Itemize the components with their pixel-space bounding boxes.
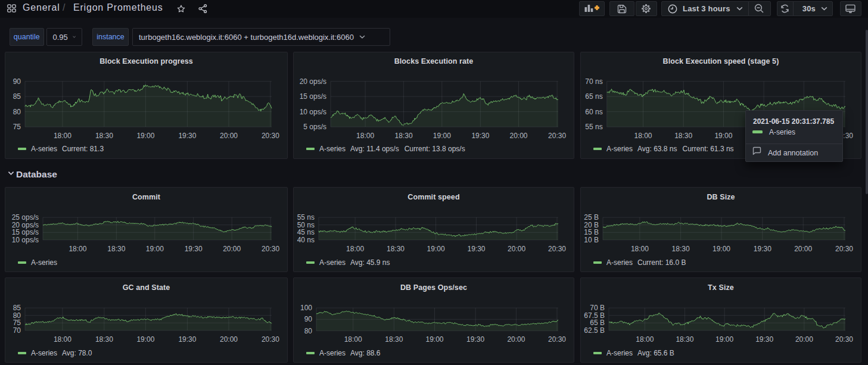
svg-text:20 ops/s: 20 ops/s bbox=[300, 77, 326, 86]
svg-text:20:00: 20:00 bbox=[795, 335, 813, 344]
svg-text:20:30: 20:30 bbox=[262, 245, 279, 253]
svg-text:18:30: 18:30 bbox=[387, 245, 405, 253]
svg-text:80: 80 bbox=[13, 108, 21, 116]
svg-text:40 ns: 40 ns bbox=[297, 235, 315, 244]
svg-text:18:00: 18:00 bbox=[634, 132, 652, 140]
svg-text:19:30: 19:30 bbox=[755, 335, 773, 344]
svg-text:19:00: 19:00 bbox=[714, 132, 732, 140]
svg-text:18:00: 18:00 bbox=[346, 245, 364, 253]
svg-text:20:00: 20:00 bbox=[220, 132, 238, 140]
svg-text:19:00: 19:00 bbox=[425, 335, 443, 344]
svg-text:70 ns: 70 ns bbox=[585, 77, 602, 86]
svg-text:10 B: 10 B bbox=[584, 235, 599, 244]
svg-text:19:30: 19:30 bbox=[754, 245, 771, 253]
svg-text:19:00: 19:00 bbox=[433, 132, 451, 140]
svg-text:70: 70 bbox=[13, 326, 21, 334]
svg-text:100: 100 bbox=[300, 304, 312, 312]
svg-text:5 ops/s: 5 ops/s bbox=[303, 123, 326, 131]
svg-text:18:00: 18:00 bbox=[636, 335, 654, 344]
svg-text:18:00: 18:00 bbox=[54, 335, 71, 344]
svg-text:20:30: 20:30 bbox=[262, 132, 279, 140]
svg-text:20:00: 20:00 bbox=[223, 245, 241, 253]
svg-text:19:00: 19:00 bbox=[715, 335, 733, 344]
svg-text:18:30: 18:30 bbox=[107, 245, 125, 253]
svg-text:19:00: 19:00 bbox=[427, 245, 445, 253]
svg-text:19:30: 19:30 bbox=[178, 132, 196, 140]
svg-text:20:30: 20:30 bbox=[548, 335, 566, 344]
svg-text:85: 85 bbox=[13, 92, 21, 101]
svg-text:65 ns: 65 ns bbox=[585, 92, 602, 101]
svg-text:18:00: 18:00 bbox=[54, 132, 71, 140]
svg-text:20:30: 20:30 bbox=[548, 245, 566, 253]
svg-text:15 ops/s: 15 ops/s bbox=[300, 92, 326, 101]
svg-text:10 ops/s: 10 ops/s bbox=[12, 235, 39, 244]
svg-text:18:30: 18:30 bbox=[95, 335, 113, 344]
svg-text:20:00: 20:00 bbox=[507, 335, 525, 344]
svg-text:19:30: 19:30 bbox=[466, 335, 484, 344]
svg-text:20:00: 20:00 bbox=[220, 335, 238, 344]
svg-text:20:30: 20:30 bbox=[548, 132, 566, 140]
svg-text:19:00: 19:00 bbox=[146, 245, 164, 253]
svg-text:18:30: 18:30 bbox=[395, 132, 413, 140]
svg-text:18:00: 18:00 bbox=[344, 335, 362, 344]
svg-text:20:30: 20:30 bbox=[835, 335, 853, 344]
svg-text:18:30: 18:30 bbox=[676, 335, 693, 344]
svg-text:20:00: 20:00 bbox=[794, 245, 812, 253]
svg-text:10 ops/s: 10 ops/s bbox=[300, 108, 326, 116]
svg-text:20:00: 20:00 bbox=[508, 245, 525, 253]
svg-text:19:30: 19:30 bbox=[178, 335, 196, 344]
svg-text:18:00: 18:00 bbox=[356, 132, 374, 140]
svg-text:18:30: 18:30 bbox=[95, 132, 113, 140]
svg-text:18:30: 18:30 bbox=[674, 132, 692, 140]
svg-text:80: 80 bbox=[304, 326, 313, 335]
svg-text:62.5 B: 62.5 B bbox=[584, 326, 605, 334]
svg-text:90: 90 bbox=[304, 315, 313, 323]
svg-text:20:30: 20:30 bbox=[262, 335, 279, 344]
svg-text:18:30: 18:30 bbox=[672, 245, 690, 253]
svg-text:18:00: 18:00 bbox=[631, 245, 649, 253]
svg-text:90: 90 bbox=[13, 77, 21, 86]
svg-text:19:30: 19:30 bbox=[467, 245, 485, 253]
svg-text:18:00: 18:00 bbox=[69, 245, 86, 253]
svg-text:19:00: 19:00 bbox=[136, 132, 154, 140]
svg-text:20:30: 20:30 bbox=[835, 245, 853, 253]
svg-text:19:30: 19:30 bbox=[185, 245, 203, 253]
svg-text:60 ns: 60 ns bbox=[585, 108, 602, 116]
svg-text:75: 75 bbox=[13, 123, 21, 131]
svg-text:19:00: 19:00 bbox=[713, 245, 730, 253]
svg-text:19:00: 19:00 bbox=[136, 335, 154, 344]
svg-text:55 ns: 55 ns bbox=[585, 123, 602, 131]
svg-text:18:30: 18:30 bbox=[385, 335, 403, 344]
svg-text:20:00: 20:00 bbox=[509, 132, 527, 140]
svg-text:19:30: 19:30 bbox=[471, 132, 489, 140]
